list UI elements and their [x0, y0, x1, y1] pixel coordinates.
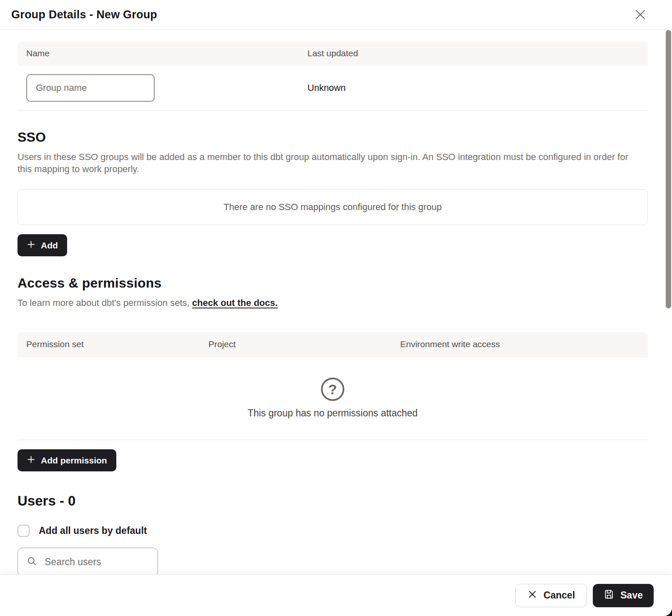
sso-section: SSO Users in these SSO groups will be ad…	[18, 130, 648, 256]
name-table-header-row: Name Last updated	[18, 42, 648, 65]
question-mark-glyph: ?	[328, 382, 337, 396]
group-name-input[interactable]	[26, 74, 155, 102]
docs-link[interactable]: check out the docs.	[192, 298, 278, 308]
add-sso-button-label: Add	[41, 240, 58, 250]
add-all-users-row: Add all users by default	[18, 525, 648, 537]
sso-description: Users in these SSO groups will be added …	[18, 151, 643, 175]
project-column-header: Project	[208, 339, 400, 349]
save-button-label: Save	[620, 590, 643, 601]
environment-write-access-column-header: Environment write access	[400, 339, 648, 349]
add-permission-button[interactable]: Add permission	[18, 449, 116, 471]
permission-set-column-header: Permission set	[18, 339, 208, 349]
search-users-input[interactable]	[45, 556, 168, 568]
sso-heading: SSO	[18, 130, 648, 145]
permissions-table-header-row: Permission set Project Environment write…	[18, 332, 648, 357]
cancel-x-icon	[527, 589, 537, 602]
sso-empty-state: There are no SSO mappings configured for…	[18, 189, 648, 225]
permissions-empty-state: ? This group has no permissions attached	[18, 357, 648, 440]
permissions-description-text: To learn more about dbt's permission set…	[18, 298, 192, 308]
permissions-section: Access & permissions To learn more about…	[18, 275, 648, 471]
help-circle-icon: ?	[321, 378, 344, 401]
add-all-users-label: Add all users by default	[39, 525, 147, 536]
save-disk-icon	[604, 589, 614, 602]
permissions-empty-message: This group has no permissions attached	[248, 408, 418, 419]
page-title: Group Details - New Group	[11, 8, 157, 21]
add-permission-button-label: Add permission	[41, 456, 107, 466]
last-updated-column-header: Last updated	[308, 48, 648, 58]
add-all-users-checkbox[interactable]	[18, 525, 30, 537]
group-details-modal: Group Details - New Group Name Last upda…	[0, 0, 672, 616]
add-sso-mapping-button[interactable]: Add	[18, 234, 67, 256]
vertical-scrollbar-thumb[interactable]	[666, 30, 671, 308]
modal-footer: Cancel Save	[0, 574, 672, 616]
cancel-button-label: Cancel	[544, 590, 575, 601]
permissions-description: To learn more about dbt's permission set…	[18, 297, 643, 309]
save-button[interactable]: Save	[593, 584, 654, 607]
sso-empty-message: There are no SSO mappings configured for…	[223, 202, 441, 213]
permissions-heading: Access & permissions	[18, 275, 648, 291]
search-icon	[26, 556, 38, 568]
last-updated-value: Unknown	[308, 83, 648, 93]
cancel-button[interactable]: Cancel	[515, 584, 587, 607]
users-section: Users - 0 Add all users by default	[18, 493, 648, 574]
users-heading: Users - 0	[18, 493, 648, 509]
modal-header: Group Details - New Group	[0, 0, 672, 30]
table-row: Unknown	[18, 65, 648, 110]
close-icon	[634, 8, 647, 22]
group-name-table: Name Last updated Unknown	[18, 42, 648, 110]
close-button[interactable]	[633, 8, 648, 23]
plus-icon	[27, 240, 35, 251]
search-users-box	[18, 548, 158, 574]
plus-icon	[27, 455, 35, 466]
modal-scroll-content[interactable]: Name Last updated Unknown SSO Users in t…	[0, 30, 672, 574]
name-column-header: Name	[18, 48, 308, 58]
